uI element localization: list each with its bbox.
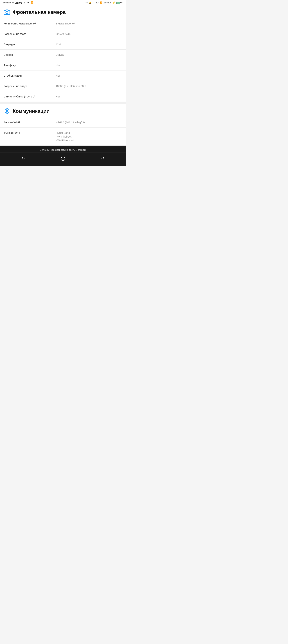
carrier-icon: S bbox=[24, 1, 25, 4]
logo: Somomni bbox=[3, 1, 14, 4]
communications-specs: Версия Wi-Fi Wi-Fi 5 (802.11 a/b/g/n/a Ф… bbox=[0, 117, 126, 146]
network-type: 3G bbox=[96, 2, 99, 4]
spec-value-autofocus: Нет bbox=[54, 63, 122, 67]
network-speed: 29,5 K/s bbox=[104, 2, 111, 4]
spec-row-megapixels: Количество мегапикселей 8 мегапикселей bbox=[0, 18, 126, 29]
section-header-camera: Фронтальная камера bbox=[0, 6, 126, 18]
signal-bars: 📶 bbox=[100, 2, 102, 4]
spec-label-stabilization: Стабилизация bbox=[4, 74, 54, 78]
spec-value-wifi-version: Wi-Fi 5 (802.11 a/b/g/n/a bbox=[54, 120, 122, 124]
section-divider bbox=[0, 102, 126, 104]
spec-label-wifi-version: Версия Wi-Fi bbox=[4, 120, 54, 124]
nav-recent-button[interactable] bbox=[97, 155, 109, 163]
spec-value-megapixels: 8 мегапикселей bbox=[54, 22, 122, 25]
spec-label-photo-res: Разрешение фото bbox=[4, 32, 54, 36]
section-header-communications: Коммуникации bbox=[0, 104, 126, 117]
bottom-bar: ...mi 13C: характеристики, тесты и отзыв… bbox=[0, 146, 126, 166]
spec-row-wifi-version: Версия Wi-Fi Wi-Fi 5 (802.11 a/b/g/n/a bbox=[0, 117, 126, 128]
communications-section: Коммуникации Версия Wi-Fi Wi-Fi 5 (802.1… bbox=[0, 104, 126, 146]
charging-icon: ⚡ bbox=[113, 2, 115, 4]
spec-value-depth-sensor: Нет bbox=[54, 94, 122, 98]
spec-row-depth-sensor: Датчик глубины (TOF 3D) Нет bbox=[0, 91, 126, 102]
lock-icon: ⊶ bbox=[86, 2, 88, 4]
spec-row-aperture: Апертура f/2.0 bbox=[0, 39, 126, 50]
svg-point-1 bbox=[61, 157, 65, 161]
spec-row-sensor: Сенсор CMOS bbox=[0, 50, 126, 60]
spec-value-video-res: 1080p (Full HD) при 30 F bbox=[54, 84, 122, 88]
front-camera-section: Фронтальная камера Количество мегапиксел… bbox=[0, 6, 126, 102]
nav-home-button[interactable] bbox=[57, 155, 69, 163]
spec-label-video-res: Разрешение видео bbox=[4, 84, 54, 88]
spec-row-video-res: Разрешение видео 1080p (Full HD) при 30 … bbox=[0, 81, 126, 91]
battery-icon bbox=[116, 2, 120, 4]
bottom-label: ...mi 13C: характеристики, тесты и отзыв… bbox=[0, 148, 126, 152]
status-time: 21:08 bbox=[15, 1, 22, 4]
spec-label-autofocus: Автофокус bbox=[4, 63, 54, 67]
spec-label-depth-sensor: Датчик глубины (TOF 3D) bbox=[4, 94, 54, 98]
front-camera-specs: Количество мегапикселей 8 мегапикселей Р… bbox=[0, 18, 126, 102]
spec-label-aperture: Апертура bbox=[4, 42, 54, 46]
nav-bar[interactable] bbox=[0, 154, 126, 165]
spec-label-megapixels: Количество мегапикселей bbox=[4, 22, 54, 25]
spec-value-wifi-features: - Dual Band - Wi-Fi Direct - Wi-Fi Hotsp… bbox=[54, 131, 122, 142]
spec-row-photo-res: Разрешение фото 3264 x 2448 bbox=[0, 29, 126, 39]
spec-value-sensor: CMOS bbox=[54, 53, 122, 57]
spec-row-autofocus: Автофокус Нет bbox=[0, 60, 126, 70]
nav-back-button[interactable] bbox=[18, 155, 29, 163]
spec-value-aperture: f/2.0 bbox=[54, 42, 122, 46]
svg-point-0 bbox=[6, 12, 8, 14]
key-icon: ⊶ bbox=[27, 1, 29, 4]
spec-row-wifi-features: Функции Wi-Fi - Dual Band - Wi-Fi Direct… bbox=[0, 128, 126, 146]
status-left: Somomni 21:08 S ⊶ 📶 bbox=[3, 1, 33, 4]
camera-icon bbox=[4, 9, 10, 16]
spec-label-sensor: Сенсор bbox=[4, 53, 54, 57]
status-bar: Somomni 21:08 S ⊶ 📶 ⊶ 🔔 ↑↓ 3G 📶 29,5 K/s… bbox=[0, 0, 126, 6]
data-icon: ↑↓ bbox=[93, 2, 95, 4]
spec-value-photo-res: 3264 x 2448 bbox=[54, 32, 122, 36]
battery-percent: 64 bbox=[121, 2, 123, 4]
status-right: ⊶ 🔔 ↑↓ 3G 📶 29,5 K/s ⚡ 64 bbox=[86, 2, 123, 4]
spec-value-stabilization: Нет bbox=[54, 74, 122, 78]
bluetooth-icon bbox=[4, 108, 10, 114]
spec-row-stabilization: Стабилизация Нет bbox=[0, 70, 126, 81]
front-camera-title: Фронтальная камера bbox=[13, 9, 66, 15]
spec-label-wifi-features: Функции Wi-Fi bbox=[4, 131, 54, 135]
volume-icon: 🔔 bbox=[89, 2, 91, 4]
communications-title: Коммуникации bbox=[13, 108, 50, 114]
signal-icon: 📶 bbox=[31, 1, 33, 4]
